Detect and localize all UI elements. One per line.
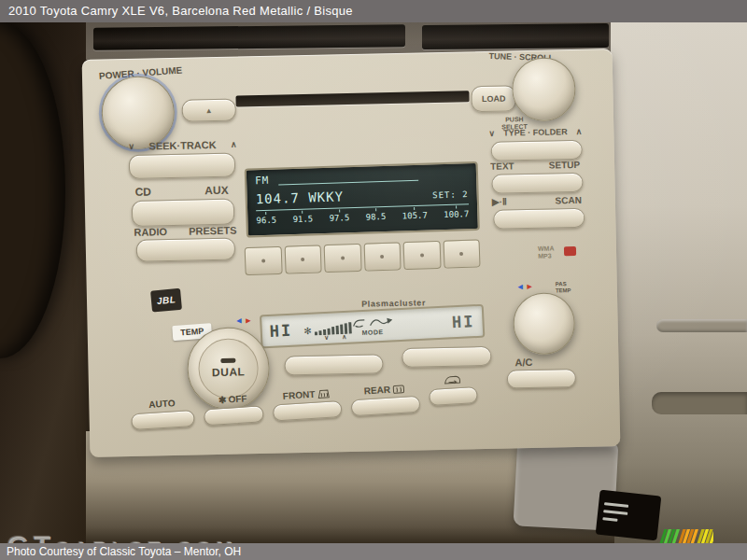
push-select-line1: PUSH [505, 116, 524, 122]
photo-car-console: POWER · VOLUME ▲ LOAD TUNE · SCROLL PUSH… [0, 22, 747, 543]
mode-indicator: MODE [351, 315, 393, 336]
radio-display-band-row: FM [255, 168, 468, 187]
cd-label: CD [134, 185, 151, 198]
fan-speed-bars [314, 321, 354, 336]
seek-track-button [129, 153, 236, 179]
window-sticker [596, 490, 662, 541]
cd-aux-row: CD AUX [134, 184, 228, 199]
recirculation-cell [428, 373, 478, 406]
preset-button-6 [443, 239, 481, 268]
passenger-temp-arrows: ◄► [516, 282, 535, 291]
text-setup-button [491, 173, 583, 194]
preset-button-1 [245, 246, 283, 275]
mode-button [402, 346, 491, 368]
type-folder-row: ∨ TYPE · FOLDER ∧ [488, 127, 582, 138]
driver-temp-readout: HI [269, 321, 292, 341]
watermark: GTcarlot.com [7, 530, 237, 543]
set-indicator: SET: 2 [432, 189, 469, 200]
rear-defrost-label: REAR [363, 384, 405, 397]
recirculation-icon [444, 374, 461, 385]
radio-presets-button [136, 238, 235, 262]
page-title: 2010 Toyota Camry XLE V6, Barcelona Red … [8, 4, 353, 18]
fan-down-icon: ∨ [324, 334, 330, 342]
preset-button-4 [363, 242, 402, 271]
preset-frequency-2: 91.5 [292, 210, 313, 224]
cd-aux-button [132, 199, 235, 227]
hot-arrow-icon: ► [526, 282, 535, 291]
type-folder-label: TYPE · FOLDER [503, 127, 568, 137]
chevron-down-icon: ∨ [488, 129, 495, 138]
seek-track-row: ∨ SEEK·TRACK ∧ [128, 139, 236, 152]
hot-arrow-icon: ► [244, 315, 253, 325]
front-defrost-cell: FRONT [272, 387, 343, 422]
preset-frequency-1: 96.5 [256, 212, 276, 226]
auto-button [131, 410, 195, 430]
auto-cell: AUTO [130, 397, 195, 430]
setup-label: SETUP [549, 160, 581, 171]
recirculation-button [429, 386, 478, 406]
preset-frequency-row: 96.5 91.5 97.5 98.5 105.7 100.7 [256, 203, 469, 225]
preset-frequency-3: 97.5 [329, 209, 349, 223]
airflow-mode-icon [351, 315, 393, 329]
preset-button-row [245, 239, 481, 275]
wma-mp3-label: WMA MP3 [538, 245, 555, 259]
preset-button-2 [284, 245, 322, 273]
radio-presets-row: RADIO PRESETS [134, 225, 236, 238]
aux-label: AUX [204, 184, 229, 198]
jbl-logo: JBL [150, 288, 182, 313]
radio-label: RADIO [134, 226, 167, 238]
play-pause-icon: ▶·Ⅱ [492, 196, 507, 206]
cold-arrow-icon: ◄ [516, 282, 526, 291]
snowflake-icon: ✱ [218, 395, 227, 406]
tune-scroll-knob [512, 57, 576, 121]
load-button: LOAD [471, 85, 516, 112]
cold-arrow-icon: ◄ [234, 315, 244, 325]
preset-frequency-5: 105.7 [402, 207, 428, 221]
station-frequency: 104.7 WKKY [255, 189, 344, 206]
off-cell: ✱OFF [203, 392, 264, 426]
band-indicator: FM [255, 175, 270, 187]
auto-label: AUTO [148, 398, 176, 410]
scan-label: SCAN [555, 195, 582, 206]
cd-slot [235, 91, 469, 106]
wma-text: WMA [538, 245, 555, 251]
eject-icon: ▲ [205, 106, 213, 115]
footer-bar: Photo Courtesy of Classic Toyota – Mento… [0, 543, 747, 560]
display-divider-line [279, 180, 419, 186]
dual-label: DUAL [212, 365, 246, 379]
rear-defrost-cell: REAR [350, 383, 421, 417]
front-defrost-label: FRONT [283, 388, 331, 401]
photo-caption: Photo Courtesy of Classic Toyota – Mento… [7, 545, 241, 558]
radio-display-station-row: 104.7 WKKY SET: 2 [255, 185, 468, 206]
preset-button-3 [324, 244, 362, 273]
play-scan-row: ▶·Ⅱ SCAN [492, 195, 582, 207]
off-button [204, 405, 264, 426]
rear-defrost-button [351, 396, 421, 417]
passenger-temp-knob [513, 292, 575, 355]
climate-display: HI ✻ ∨ ∧ [260, 304, 485, 349]
gtcarlot-stripes-logo [654, 527, 713, 543]
chevron-down-icon: ∨ [128, 142, 134, 151]
type-folder-button [491, 140, 583, 161]
seek-track-label: SEEK·TRACK [148, 139, 216, 152]
chevron-up-icon: ∧ [576, 127, 583, 136]
passenger-temp-readout: HI [452, 312, 475, 331]
radio-display: FM 104.7 WKKY SET: 2 96.5 91.5 97.5 98.5… [245, 161, 480, 238]
load-button-label: LOAD [482, 94, 506, 105]
mode-label: MODE [361, 329, 383, 336]
pas-temp-line1: PAS [556, 281, 567, 287]
background-dashboard-right [607, 22, 747, 543]
front-defrost-button [273, 400, 343, 422]
knob-indicator-slot [220, 358, 235, 363]
off-label: ✱OFF [218, 393, 247, 405]
preset-frequency-4: 98.5 [365, 208, 386, 222]
preset-frequency-6: 100.7 [444, 205, 470, 219]
preset-button-5 [403, 241, 442, 270]
eject-button: ▲ [182, 99, 236, 122]
front-defrost-icon [317, 388, 331, 399]
power-volume-knob [101, 76, 176, 150]
dash-trim-strip [656, 319, 747, 332]
chevron-up-icon: ∧ [231, 140, 237, 149]
mp3-cert-logo [564, 246, 576, 256]
pas-temp-line2: TEMP [556, 287, 571, 293]
